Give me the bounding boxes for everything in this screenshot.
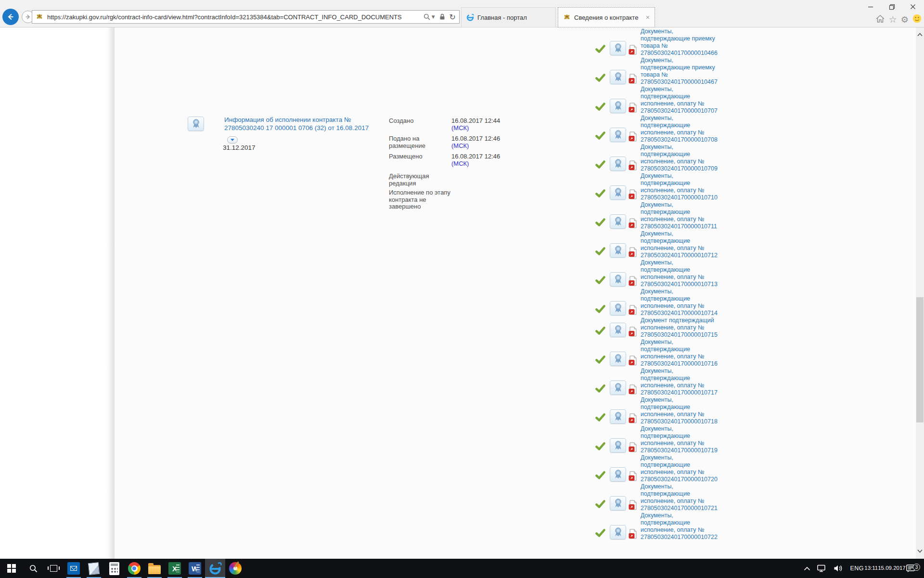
certificate-badge-button[interactable] bbox=[610, 467, 626, 482]
certificate-badge-button[interactable] bbox=[610, 323, 626, 337]
document-link[interactable]: Документы, подтверждающие исполнение, оп… bbox=[641, 288, 719, 317]
document-link[interactable]: Документ подтверждащий исполнение, оплат… bbox=[641, 317, 719, 339]
favorites-star-icon[interactable]: ☆ bbox=[889, 15, 897, 24]
document-link[interactable]: Документы, подтверждающие исполнение, оп… bbox=[641, 454, 719, 483]
document-link[interactable]: Документы, подтверждающие исполнение, оп… bbox=[641, 115, 719, 144]
taskbar-outlook[interactable] bbox=[64, 559, 84, 578]
document-link[interactable]: Документы, подтверждающие исполнение, оп… bbox=[641, 230, 719, 259]
settings-gear-icon[interactable]: ⚙ bbox=[901, 15, 909, 24]
pdf-file-icon[interactable] bbox=[629, 305, 637, 315]
expand-dropdown-button[interactable] bbox=[227, 136, 238, 144]
contract-status: Действующая редакция Исполнение по этапу… bbox=[389, 173, 450, 210]
pdf-file-icon[interactable] bbox=[629, 355, 637, 366]
certificate-badge-button[interactable] bbox=[610, 525, 626, 539]
meta-timezone[interactable]: (МСК) bbox=[451, 124, 500, 131]
page-scrollbar[interactable] bbox=[916, 27, 924, 559]
taskbar-excel[interactable] bbox=[165, 559, 185, 578]
tab-close-icon[interactable]: × bbox=[646, 14, 650, 21]
certificate-badge-button[interactable] bbox=[610, 409, 626, 424]
document-link[interactable]: Документы, подтверждающие приемку товара… bbox=[641, 57, 719, 86]
certificate-badge-button[interactable] bbox=[610, 157, 626, 171]
scroll-down-arrow-icon[interactable] bbox=[916, 547, 924, 555]
start-button[interactable] bbox=[0, 559, 23, 578]
taskbar-word[interactable] bbox=[185, 559, 205, 578]
certificate-badge-button[interactable] bbox=[610, 70, 626, 84]
address-bar[interactable]: https://zakupki.gov.ru/rgk/contract-info… bbox=[32, 10, 460, 24]
certificate-badge-button[interactable] bbox=[610, 214, 626, 229]
certificate-badge-icon bbox=[615, 217, 622, 226]
certificate-badge-button[interactable] bbox=[610, 381, 626, 395]
contract-info-link[interactable]: Информация об исполнении контракта № 278… bbox=[224, 116, 370, 132]
close-button[interactable] bbox=[906, 1, 920, 12]
document-link[interactable]: Документы, подтверждающие исполнение, оп… bbox=[641, 425, 719, 454]
pdf-file-icon[interactable] bbox=[629, 218, 637, 228]
document-link[interactable]: Документы, подтверждающие исполнение, оп… bbox=[641, 483, 719, 512]
taskbar-chrome[interactable] bbox=[124, 559, 144, 578]
clock[interactable]: 13:11 15.09.2017 bbox=[867, 559, 903, 578]
pdf-file-icon[interactable] bbox=[629, 500, 637, 510]
task-view-button[interactable] bbox=[43, 559, 64, 578]
hidden-icons-chevron[interactable] bbox=[800, 559, 814, 578]
home-icon[interactable] bbox=[875, 14, 885, 25]
meta-timezone[interactable]: (МСК) bbox=[451, 142, 500, 149]
certificate-badge-button[interactable] bbox=[610, 496, 626, 511]
document-link[interactable]: Документы, подтверждающие исполнение, оп… bbox=[641, 259, 719, 288]
pdf-file-icon[interactable] bbox=[629, 103, 637, 113]
certificate-badge-button[interactable] bbox=[610, 41, 626, 55]
document-link[interactable]: Документы, подтверждающие исполнение, оп… bbox=[641, 172, 719, 201]
pdf-file-icon[interactable] bbox=[629, 471, 637, 481]
certificate-badge-button[interactable] bbox=[610, 352, 626, 366]
certificate-badge-button[interactable] bbox=[610, 243, 626, 258]
taskbar-file-explorer[interactable] bbox=[144, 559, 165, 578]
contract-certificate-badge-button[interactable] bbox=[188, 117, 204, 131]
document-link[interactable]: Документы, подтверждающие исполнение, оп… bbox=[641, 512, 719, 541]
taskbar-calculator[interactable] bbox=[104, 559, 124, 578]
taskbar-search-button[interactable] bbox=[23, 559, 43, 578]
back-button[interactable] bbox=[2, 9, 19, 25]
minimize-button[interactable] bbox=[863, 1, 878, 12]
pdf-file-icon[interactable] bbox=[629, 442, 637, 452]
certificate-badge-button[interactable] bbox=[610, 99, 626, 113]
certificate-badge-button[interactable] bbox=[610, 272, 626, 287]
action-center-button[interactable]: 3 bbox=[903, 565, 921, 573]
pdf-file-icon[interactable] bbox=[629, 327, 637, 337]
pdf-file-icon[interactable] bbox=[629, 276, 637, 286]
meta-timezone[interactable]: (МСК) bbox=[451, 160, 500, 167]
search-dropdown-caret-icon[interactable]: ▼ bbox=[432, 14, 435, 19]
certificate-badge-button[interactable] bbox=[610, 185, 626, 200]
pdf-file-icon[interactable] bbox=[629, 247, 637, 257]
document-link[interactable]: Документы, подтверждающие исполнение, оп… bbox=[641, 201, 719, 230]
pdf-file-icon[interactable] bbox=[629, 45, 637, 55]
document-link[interactable]: Документы, подтверждающие исполнение, оп… bbox=[641, 368, 719, 396]
document-link[interactable]: Документы, подтверждающие приемку товара… bbox=[641, 28, 719, 57]
pdf-file-icon[interactable] bbox=[629, 131, 637, 142]
certificate-badge-button[interactable] bbox=[610, 301, 626, 315]
pdf-file-icon[interactable] bbox=[629, 160, 637, 171]
pdf-file-icon[interactable] bbox=[629, 74, 637, 84]
tab-contract-info[interactable]: Сведения о контракте × bbox=[558, 7, 655, 27]
document-link[interactable]: Документы, подтверждающие исполнение, оп… bbox=[641, 396, 719, 425]
feedback-smiley-icon[interactable] bbox=[912, 14, 922, 25]
pdf-file-icon[interactable] bbox=[629, 529, 637, 539]
pdf-file-icon[interactable] bbox=[629, 413, 637, 423]
pdf-file-icon[interactable] bbox=[629, 189, 637, 199]
network-icon[interactable] bbox=[814, 559, 830, 578]
url-text[interactable]: https://zakupki.gov.ru/rgk/contract-info… bbox=[47, 13, 419, 21]
tab-home-portal[interactable]: Главная - портал bbox=[461, 7, 556, 27]
scroll-up-arrow-icon[interactable] bbox=[916, 30, 924, 39]
refresh-icon[interactable]: ↻ bbox=[449, 13, 456, 22]
certificate-badge-button[interactable] bbox=[610, 128, 626, 142]
volume-icon[interactable] bbox=[830, 559, 847, 578]
scrollbar-thumb[interactable] bbox=[916, 297, 924, 422]
taskbar-paint[interactable] bbox=[225, 559, 245, 578]
restore-button[interactable] bbox=[885, 1, 899, 12]
certificate-badge-button[interactable] bbox=[610, 438, 626, 453]
taskbar-internet-explorer[interactable] bbox=[205, 559, 225, 578]
green-check-icon bbox=[595, 247, 605, 255]
document-link[interactable]: Документы, подтверждающие исполнение, оп… bbox=[641, 144, 719, 172]
search-icon[interactable]: ▼ bbox=[424, 13, 435, 20]
taskbar-notepad[interactable] bbox=[84, 559, 104, 578]
document-link[interactable]: Документы, подтверждающие исполнение, оп… bbox=[641, 86, 719, 115]
pdf-file-icon[interactable] bbox=[629, 384, 637, 394]
document-link[interactable]: Документы, подтверждающие исполнение, оп… bbox=[641, 339, 719, 368]
